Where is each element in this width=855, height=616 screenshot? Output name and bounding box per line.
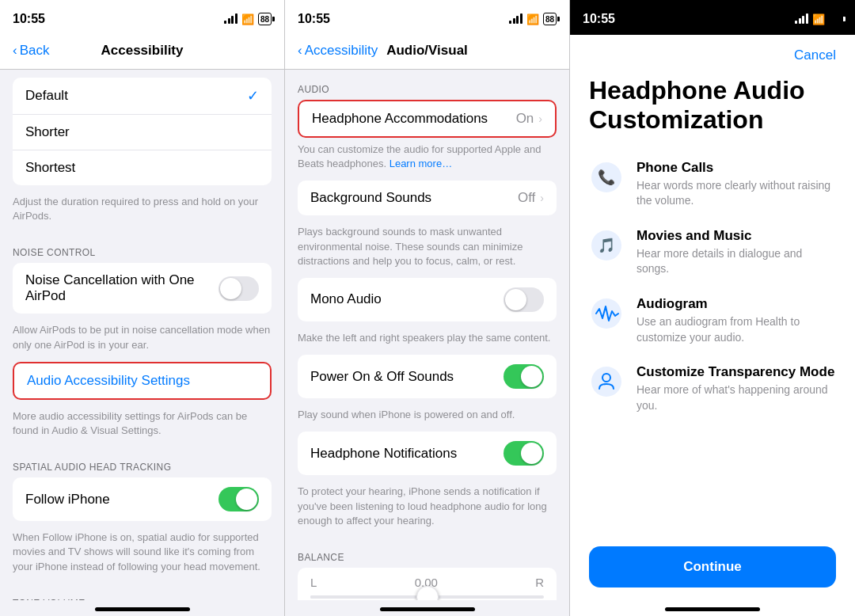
home-indicator-right xyxy=(570,600,855,616)
headphone-notifications-desc: To protect your hearing, iPhone sends a … xyxy=(285,481,569,538)
headphone-accommodations-value: On xyxy=(516,111,534,127)
headphone-accommodations-group: Headphone Accommodations On › xyxy=(298,100,557,138)
list-item-shortest[interactable]: Shortest xyxy=(13,150,272,185)
time-mid: 10:55 xyxy=(298,12,330,26)
noise-cancellation-item[interactable]: Noise Cancellation with One AirPod xyxy=(13,263,272,314)
headphone-notifications-item[interactable]: Headphone Notifications xyxy=(298,432,557,475)
audio-accessibility-group: Audio Accessibility Settings xyxy=(13,362,272,400)
mono-audio-desc: Make the left and right speakers play th… xyxy=(285,328,569,355)
wifi-icon-right: 📶 xyxy=(812,13,825,25)
follow-iphone-toggle[interactable] xyxy=(218,487,259,511)
phone-calls-text: Phone Calls Hear words more clearly with… xyxy=(636,160,836,209)
home-indicator-mid xyxy=(285,600,569,616)
signal-icon xyxy=(224,14,238,24)
chevron-icon-ha: › xyxy=(538,112,542,125)
background-sounds-desc: Plays background sounds to mask unwanted… xyxy=(285,222,569,278)
headphone-desc: You can customize the audio for supporte… xyxy=(285,139,569,181)
nav-title-left: Accessibility xyxy=(101,43,184,59)
phone-calls-desc: Hear words more clearly without raising … xyxy=(636,178,836,209)
power-sounds-item[interactable]: Power On & Off Sounds xyxy=(298,355,557,398)
chevron-icon-bs: › xyxy=(540,192,544,204)
mid-panel: 10:55 📶 88 ‹ Accessibility Audio/Visual … xyxy=(285,0,570,616)
noise-control-label: NOISE CONTROL xyxy=(0,233,284,263)
transparency-title: Customize Transparency Mode xyxy=(636,364,836,380)
signal-icon-mid xyxy=(509,14,522,24)
main-title: Headphone Audio Customization xyxy=(589,76,836,135)
audio-accessibility-item[interactable]: Audio Accessibility Settings xyxy=(14,363,270,398)
signal-icon-right xyxy=(795,14,808,24)
background-sounds-label: Background Sounds xyxy=(310,190,518,206)
spatial-label: SPATIAL AUDIO HEAD TRACKING xyxy=(0,447,284,477)
audiogram-text: Audiogram Use an audiogram from Health t… xyxy=(636,296,836,345)
audio-accessibility-desc: More audio accessibility settings for Ai… xyxy=(0,406,284,447)
continue-button[interactable]: Continue xyxy=(589,546,836,587)
status-icons-left: 📶 88 xyxy=(224,13,272,25)
list-item-default[interactable]: Default ✓ xyxy=(13,78,272,115)
background-sounds-value: Off xyxy=(518,190,535,206)
left-scroll: Default ✓ Shorter Shortest Adjust the du… xyxy=(0,70,284,600)
wifi-icon: 📶 xyxy=(241,13,254,25)
headphone-accommodations-item[interactable]: Headphone Accommodations On › xyxy=(299,101,555,136)
battery-icon-mid: 88 xyxy=(543,13,557,25)
headphone-notifications-group: Headphone Notifications xyxy=(298,432,557,475)
phone-calls-icon: 📞 xyxy=(589,160,624,195)
back-button-left[interactable]: ‹ Back xyxy=(13,43,49,59)
background-sounds-item[interactable]: Background Sounds Off › xyxy=(298,181,557,215)
audio-accessibility-label: Audio Accessibility Settings xyxy=(27,373,257,389)
time-left: 10:55 xyxy=(13,12,45,26)
movies-music-text: Movies and Music Hear more details in di… xyxy=(636,228,836,277)
cancel-button[interactable]: Cancel xyxy=(794,48,836,63)
svg-text:📞: 📞 xyxy=(598,169,616,186)
right-content: Cancel Headphone Audio Customization 📞 P… xyxy=(570,35,855,600)
status-bar-mid: 10:55 📶 88 xyxy=(285,0,569,35)
transparency-icon xyxy=(589,364,624,399)
noise-desc: Allow AirPods to be put in noise cancell… xyxy=(0,320,284,361)
home-indicator-left xyxy=(0,600,284,616)
feature-movies-music: 🎵 Movies and Music Hear more details in … xyxy=(589,228,836,277)
balance-section-label: BALANCE xyxy=(285,538,569,568)
svg-text:🎵: 🎵 xyxy=(598,237,616,254)
background-sounds-group: Background Sounds Off › xyxy=(298,181,557,215)
tone-volume-label: TONE VOLUME xyxy=(0,584,284,600)
spatial-desc: When Follow iPhone is on, spatial audio … xyxy=(0,527,284,584)
battery-icon: 88 xyxy=(258,13,272,25)
transparency-desc: Hear more of what's happening around you… xyxy=(636,382,836,413)
nav-title-mid: Audio/Visual xyxy=(386,43,468,59)
mono-audio-label: Mono Audio xyxy=(310,291,504,307)
shorter-label: Shorter xyxy=(25,124,259,140)
power-sounds-label: Power On & Off Sounds xyxy=(310,369,504,385)
movies-music-desc: Hear more details in dialogue and songs. xyxy=(636,246,836,277)
time-right: 10:55 xyxy=(583,12,615,26)
cancel-row: Cancel xyxy=(589,48,836,63)
audiogram-desc: Use an audiogram from Health to customiz… xyxy=(636,314,836,345)
press-duration-group: Default ✓ Shorter Shortest xyxy=(13,78,272,185)
headphone-notifications-label: Headphone Notifications xyxy=(310,446,504,462)
mono-audio-item[interactable]: Mono Audio xyxy=(298,278,557,321)
follow-iphone-item[interactable]: Follow iPhone xyxy=(13,477,272,521)
balance-track[interactable] xyxy=(310,595,544,599)
mono-audio-toggle[interactable] xyxy=(504,287,544,312)
back-button-mid[interactable]: ‹ Accessibility xyxy=(298,43,378,59)
status-icons-mid: 📶 88 xyxy=(509,13,557,25)
balance-slider-group: L 0.00 R xyxy=(298,568,557,600)
phone-calls-title: Phone Calls xyxy=(636,160,836,176)
audiogram-icon xyxy=(589,296,624,331)
audiogram-title: Audiogram xyxy=(636,296,836,312)
mono-audio-group: Mono Audio xyxy=(298,278,557,321)
headphone-accommodations-label: Headphone Accommodations xyxy=(312,111,516,127)
power-sounds-desc: Play sound when iPhone is powered on and… xyxy=(285,405,569,432)
power-sounds-toggle[interactable] xyxy=(504,364,544,389)
movies-music-title: Movies and Music xyxy=(636,228,836,244)
headphone-notifications-toggle[interactable] xyxy=(504,441,544,466)
status-bar-left: 10:55 📶 88 xyxy=(0,0,284,35)
battery-icon-right: 88 xyxy=(829,13,842,25)
transparency-text: Customize Transparency Mode Hear more of… xyxy=(636,364,836,413)
movies-music-icon: 🎵 xyxy=(589,228,624,263)
noise-cancellation-label: Noise Cancellation with One AirPod xyxy=(25,272,218,304)
list-item-shorter[interactable]: Shorter xyxy=(13,115,272,150)
noise-cancellation-group: Noise Cancellation with One AirPod xyxy=(13,263,272,314)
feature-phone-calls: 📞 Phone Calls Hear words more clearly wi… xyxy=(589,160,836,209)
noise-cancellation-toggle[interactable] xyxy=(218,276,259,301)
chevron-left-icon-mid: ‹ xyxy=(298,43,302,59)
learn-more-link[interactable]: Learn more… xyxy=(390,158,452,169)
